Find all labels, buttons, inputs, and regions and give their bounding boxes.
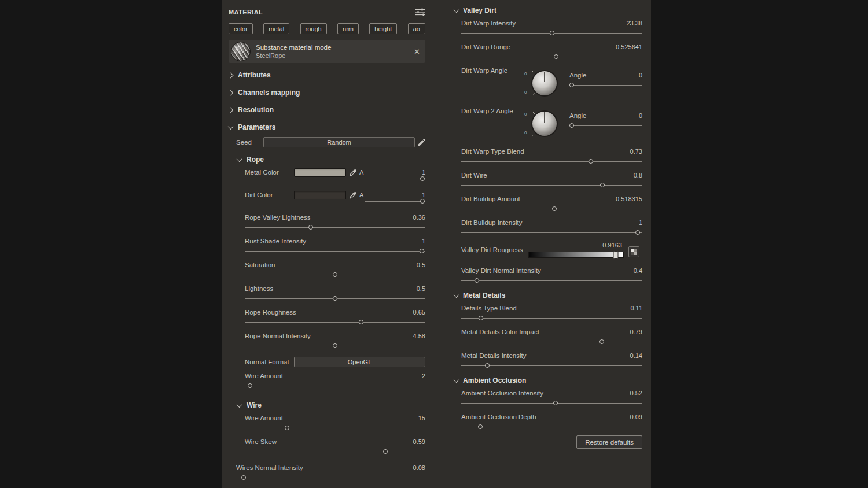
slider-handle[interactable]	[478, 424, 483, 429]
slider-track[interactable]	[365, 179, 425, 179]
slider-track[interactable]	[245, 322, 425, 323]
rust-shade-intensity-row: Rust Shade Intensity1	[245, 235, 425, 259]
angle-knob[interactable]: 00	[524, 108, 562, 142]
slider-track[interactable]	[461, 57, 642, 57]
channel-ao-button[interactable]: ao	[408, 23, 425, 34]
angle-knob[interactable]: 00	[524, 67, 562, 102]
eyedropper-icon[interactable]	[350, 192, 356, 199]
eyedropper-icon[interactable]	[350, 169, 356, 176]
pencil-icon[interactable]	[418, 139, 425, 146]
channel-metal-button[interactable]: metal	[263, 23, 289, 34]
slider-handle[interactable]	[485, 363, 490, 368]
slider-track[interactable]	[461, 280, 642, 281]
slider-track[interactable]	[461, 232, 642, 233]
slider-track[interactable]	[245, 251, 425, 252]
picker-button[interactable]	[628, 246, 639, 257]
slider-handle[interactable]	[420, 176, 425, 181]
slider-handle[interactable]	[589, 159, 593, 164]
roughness-gradient-slider[interactable]	[528, 252, 624, 258]
slider-handle[interactable]	[475, 278, 479, 283]
slider-track[interactable]	[365, 201, 425, 202]
wire-header[interactable]: Wire	[229, 398, 425, 412]
slider-handle[interactable]	[599, 339, 604, 344]
slider-handle[interactable]	[285, 426, 289, 430]
slider-track[interactable]	[569, 125, 642, 126]
restore-defaults-button[interactable]: Restore defaults	[576, 435, 642, 449]
valley-dirt-normal-intensity-row: Valley Dirt Normal Intensity0.4	[461, 265, 642, 289]
group-title: Wire	[247, 401, 262, 409]
slider-handle[interactable]	[550, 31, 554, 35]
param-label: Normal Format	[245, 358, 289, 365]
group-title: Metal Details	[463, 291, 505, 300]
slider-track[interactable]	[461, 33, 642, 34]
channel-rough-button[interactable]: rough	[300, 23, 327, 34]
slider-handle[interactable]	[479, 316, 483, 320]
slider-handle[interactable]	[600, 183, 605, 187]
slider-track[interactable]	[245, 298, 425, 299]
channel-height-button[interactable]: height	[369, 23, 397, 34]
slider-handle[interactable]	[569, 123, 574, 128]
param-value: 0.8	[634, 172, 642, 179]
param-label: Valley Dirt Normal Intensity	[461, 267, 541, 275]
slider-handle[interactable]	[333, 272, 337, 277]
section-resolution[interactable]: Resolution	[229, 101, 425, 119]
chevron-down-icon	[454, 377, 459, 383]
slider-track[interactable]	[461, 427, 642, 427]
section-parameters[interactable]: Parameters	[229, 119, 425, 136]
ambient-occlusion-header[interactable]: Ambient Occlusion	[454, 374, 642, 387]
slider-track[interactable]	[245, 346, 425, 346]
slider-handle[interactable]	[241, 475, 246, 480]
gradient-handle[interactable]	[613, 251, 618, 259]
slider-handle[interactable]	[359, 320, 363, 324]
slider-handle[interactable]	[552, 206, 557, 211]
slider-track[interactable]	[461, 403, 642, 404]
seed-dropdown[interactable]: Random	[263, 137, 415, 147]
slider-track[interactable]	[245, 275, 425, 275]
param-value: 15	[418, 415, 425, 422]
slider-track[interactable]	[461, 318, 642, 319]
dirt-warp-type-blend-row: Dirt Warp Type Blend0.73	[461, 146, 642, 169]
angle-label: Angle	[569, 112, 586, 120]
slider-handle[interactable]	[635, 230, 640, 235]
slider-track[interactable]	[569, 85, 642, 86]
slider-handle[interactable]	[554, 54, 558, 59]
section-channels-mapping[interactable]: Channels mapping	[229, 84, 425, 101]
channel-color-button[interactable]: color	[229, 23, 253, 34]
metal-details-header[interactable]: Metal Details	[454, 289, 642, 302]
slider-track[interactable]	[245, 227, 425, 228]
material-card[interactable]: Substance material mode SteelRope ✕	[229, 40, 425, 63]
slider-track[interactable]	[461, 209, 642, 209]
valley-dirt-header[interactable]: Valley Dirt	[454, 3, 642, 17]
channel-buttons: color metal rough nrm height ao	[229, 23, 425, 34]
slider-track[interactable]	[236, 478, 425, 478]
slider-track[interactable]	[245, 386, 425, 386]
param-value: 2	[422, 372, 425, 380]
section-attributes[interactable]: Attributes	[229, 66, 425, 84]
color-swatch[interactable]	[294, 168, 346, 177]
slider-handle[interactable]	[420, 199, 425, 204]
normal-format-dropdown[interactable]: OpenGL	[294, 357, 425, 367]
param-label: Rope Roughness	[245, 309, 296, 316]
slider-track[interactable]	[461, 365, 642, 366]
slider-handle[interactable]	[333, 296, 337, 301]
rope-header[interactable]: Rope	[229, 153, 425, 167]
param-value: 0.73	[630, 148, 642, 156]
color-swatch[interactable]	[294, 191, 346, 199]
channel-nrm-button[interactable]: nrm	[337, 23, 359, 34]
close-icon[interactable]: ✕	[414, 47, 420, 56]
slider-handle[interactable]	[420, 249, 424, 253]
slider-handle[interactable]	[383, 449, 388, 454]
slider-handle[interactable]	[569, 83, 574, 87]
slider-handle[interactable]	[333, 343, 337, 348]
slider-track[interactable]	[461, 161, 642, 162]
slider-track[interactable]	[245, 452, 425, 452]
slider-track[interactable]	[245, 428, 425, 428]
valley-dirt-group: Valley DirtDirt Warp Intensity23.38Dirt …	[454, 3, 642, 289]
slider-handle[interactable]	[248, 383, 252, 388]
svg-text:0: 0	[524, 130, 527, 135]
slider-track[interactable]	[461, 185, 642, 186]
menu-icon[interactable]	[415, 8, 425, 16]
slider-track[interactable]	[461, 342, 642, 342]
slider-handle[interactable]	[308, 225, 313, 230]
slider-handle[interactable]	[553, 401, 558, 405]
